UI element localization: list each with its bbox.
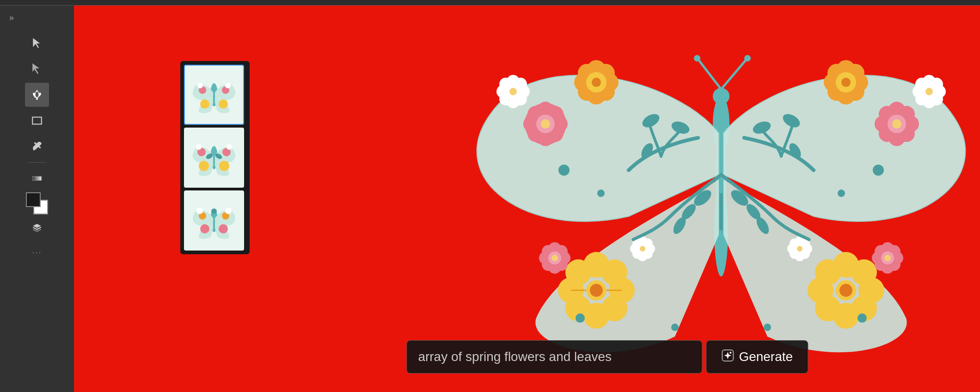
svg-point-159 bbox=[200, 99, 209, 109]
thumbnail-panel bbox=[180, 61, 250, 254]
svg-rect-3 bbox=[32, 117, 42, 124]
svg-point-167 bbox=[199, 161, 209, 171]
selection-tool[interactable] bbox=[25, 31, 49, 55]
svg-point-48 bbox=[597, 190, 605, 197]
generate-button[interactable]: Generate bbox=[706, 340, 808, 374]
gradient-icon bbox=[31, 172, 43, 184]
svg-point-81 bbox=[841, 78, 851, 87]
foreground-color-swatch[interactable] bbox=[26, 192, 41, 207]
svg-point-147 bbox=[671, 324, 679, 331]
svg-point-11 bbox=[694, 55, 700, 61]
svg-point-104 bbox=[839, 284, 852, 297]
selection-icon bbox=[31, 37, 43, 49]
eyedropper-icon bbox=[31, 141, 43, 153]
svg-point-162 bbox=[225, 83, 231, 88]
layers-icon bbox=[31, 222, 43, 234]
thumbnail-item-1[interactable] bbox=[184, 65, 244, 125]
svg-rect-4 bbox=[32, 177, 42, 181]
svg-point-46 bbox=[592, 78, 601, 87]
generate-label: Generate bbox=[739, 349, 793, 364]
direct-selection-icon bbox=[31, 63, 43, 75]
thumbnail-item-2[interactable] bbox=[184, 128, 244, 188]
svg-point-91 bbox=[565, 259, 591, 285]
toolbar: » bbox=[0, 6, 74, 392]
svg-point-148 bbox=[764, 324, 771, 331]
pen-icon bbox=[31, 89, 43, 101]
top-bar bbox=[0, 0, 980, 6]
toolbar-collapse-button[interactable]: » bbox=[5, 10, 18, 25]
svg-point-36 bbox=[509, 88, 517, 95]
svg-point-144 bbox=[797, 246, 802, 251]
svg-point-178 bbox=[219, 224, 228, 233]
layers-tool[interactable] bbox=[25, 216, 49, 240]
thumbnail-butterfly-2 bbox=[189, 132, 239, 183]
svg-point-134 bbox=[640, 246, 645, 251]
svg-marker-0 bbox=[33, 38, 40, 48]
prompt-bar: Generate bbox=[406, 340, 808, 374]
more-tools[interactable]: ... bbox=[32, 246, 42, 256]
svg-point-102 bbox=[815, 259, 841, 285]
svg-point-2 bbox=[36, 98, 38, 100]
svg-line-9 bbox=[698, 59, 721, 89]
svg-point-61 bbox=[892, 119, 901, 129]
svg-point-168 bbox=[219, 161, 229, 171]
butterfly-svg bbox=[398, 31, 980, 378]
eyedropper-tool[interactable] bbox=[25, 135, 49, 159]
svg-point-177 bbox=[200, 224, 209, 233]
direct-selection-tool[interactable] bbox=[25, 57, 49, 81]
svg-point-114 bbox=[551, 255, 558, 261]
svg-point-47 bbox=[558, 165, 570, 176]
rectangle-tool[interactable] bbox=[25, 109, 49, 133]
svg-point-146 bbox=[858, 313, 867, 323]
svg-point-180 bbox=[225, 208, 232, 214]
generate-svg-icon bbox=[721, 349, 734, 362]
butterfly-artwork bbox=[398, 31, 980, 380]
svg-point-181 bbox=[211, 208, 217, 214]
thumbnail-butterfly-1 bbox=[189, 69, 239, 120]
tool-separator-1 bbox=[28, 162, 46, 163]
svg-point-82 bbox=[873, 165, 884, 176]
color-swatches[interactable] bbox=[26, 192, 48, 214]
svg-point-124 bbox=[884, 255, 891, 261]
svg-point-169 bbox=[196, 144, 202, 150]
generate-icon bbox=[721, 349, 734, 365]
svg-point-145 bbox=[576, 313, 585, 323]
svg-point-71 bbox=[925, 88, 933, 95]
canvas-area: Generate bbox=[74, 6, 980, 392]
gradient-tool[interactable] bbox=[25, 166, 49, 190]
rectangle-icon bbox=[31, 115, 43, 127]
prompt-input[interactable] bbox=[406, 340, 702, 374]
svg-point-12 bbox=[744, 55, 751, 61]
thumbnail-item-3[interactable] bbox=[184, 190, 244, 251]
svg-point-179 bbox=[196, 208, 203, 214]
svg-point-160 bbox=[219, 99, 228, 109]
svg-point-83 bbox=[838, 190, 845, 197]
svg-point-170 bbox=[227, 144, 232, 150]
svg-point-94 bbox=[590, 284, 603, 297]
svg-point-161 bbox=[197, 83, 203, 88]
svg-marker-1 bbox=[32, 63, 39, 74]
thumbnail-butterfly-3 bbox=[189, 195, 239, 246]
svg-point-26 bbox=[541, 119, 550, 129]
svg-line-10 bbox=[721, 59, 747, 89]
svg-point-183 bbox=[729, 352, 731, 354]
pen-tool[interactable] bbox=[25, 83, 49, 107]
